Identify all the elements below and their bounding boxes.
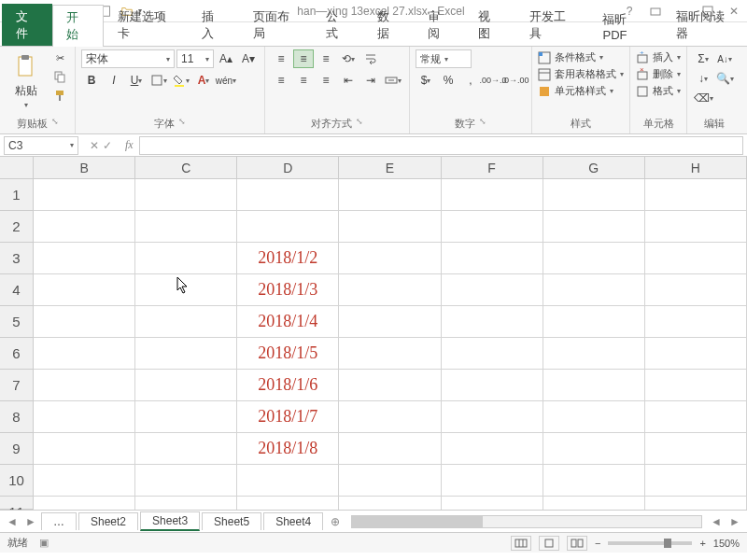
- page-break-view-icon[interactable]: [567, 536, 587, 551]
- cell-d8[interactable]: 2018/1/7: [237, 401, 339, 433]
- autosum-icon[interactable]: Σ▾: [693, 49, 713, 68]
- underline-icon[interactable]: U▾: [126, 71, 147, 90]
- zoom-level[interactable]: 150%: [713, 538, 740, 549]
- cell-d7[interactable]: 2018/1/6: [237, 370, 339, 401]
- tab-insert[interactable]: 插入: [188, 4, 238, 46]
- col-header[interactable]: B: [34, 157, 135, 178]
- scroll-thumb[interactable]: [352, 516, 483, 527]
- percent-icon[interactable]: %: [438, 71, 458, 90]
- name-box[interactable]: C3▾: [4, 136, 78, 155]
- format-painter-icon[interactable]: [50, 87, 69, 104]
- font-size-combo[interactable]: 11▾: [176, 49, 214, 68]
- zoom-thumb[interactable]: [664, 539, 671, 548]
- row-header[interactable]: 8: [0, 401, 33, 433]
- formula-input[interactable]: [139, 136, 743, 155]
- col-header[interactable]: G: [543, 157, 645, 178]
- copy-icon[interactable]: [50, 68, 69, 85]
- comma-icon[interactable]: ,: [460, 71, 481, 90]
- tab-data[interactable]: 数据: [363, 4, 414, 46]
- align-center-icon[interactable]: ≡: [293, 71, 314, 90]
- increase-decimal-icon[interactable]: .00→.0: [483, 71, 503, 90]
- page-layout-view-icon[interactable]: [539, 536, 559, 551]
- number-launcher-icon[interactable]: ⤡: [479, 117, 486, 131]
- increase-font-icon[interactable]: A▴: [216, 49, 236, 68]
- insert-cells-button[interactable]: +插入▾: [636, 49, 681, 65]
- col-header[interactable]: C: [135, 157, 237, 178]
- conditional-format-button[interactable]: 条件格式▾: [538, 49, 603, 65]
- fill-color-icon[interactable]: ▾: [171, 71, 191, 90]
- col-header[interactable]: D: [237, 157, 339, 178]
- tab-formulas[interactable]: 公式: [312, 4, 362, 46]
- fill-icon[interactable]: ↓▾: [693, 69, 713, 88]
- col-header[interactable]: E: [339, 157, 441, 178]
- find-icon[interactable]: 🔍▾: [714, 69, 735, 88]
- sheet-tab-sheet4[interactable]: Sheet4: [263, 512, 323, 530]
- border-icon[interactable]: ▾: [148, 71, 169, 90]
- macro-record-icon[interactable]: ▣: [39, 537, 49, 549]
- font-color-icon[interactable]: A▾: [193, 71, 214, 90]
- scroll-right-icon[interactable]: ►: [726, 513, 743, 530]
- align-bottom-icon[interactable]: ≡: [316, 49, 336, 68]
- decrease-decimal-icon[interactable]: .0→.00: [505, 71, 526, 90]
- orientation-icon[interactable]: ⟲▾: [338, 49, 359, 68]
- accept-formula-icon[interactable]: ✓: [103, 139, 112, 152]
- cell-d3[interactable]: 2018/1/2: [237, 243, 339, 274]
- sheet-tab-sheet2[interactable]: Sheet2: [78, 512, 138, 530]
- sheet-nav-next-icon[interactable]: ►: [22, 513, 39, 530]
- font-launcher-icon[interactable]: ⤡: [178, 117, 186, 131]
- currency-icon[interactable]: $▾: [416, 71, 436, 90]
- fx-icon[interactable]: fx: [120, 138, 139, 152]
- select-all-button[interactable]: [0, 157, 34, 179]
- horizontal-scrollbar[interactable]: [351, 515, 702, 528]
- format-cells-button[interactable]: 格式▾: [636, 83, 681, 99]
- tab-developer[interactable]: 开发工具: [515, 4, 589, 46]
- scroll-left-icon[interactable]: ◄: [708, 513, 725, 530]
- table-format-button[interactable]: 套用表格格式▾: [538, 66, 624, 82]
- sheet-nav-prev-icon[interactable]: ◄: [4, 513, 21, 530]
- row-header[interactable]: 4: [0, 274, 33, 306]
- font-name-combo[interactable]: 宋体▾: [81, 49, 175, 68]
- row-header[interactable]: 11: [0, 497, 33, 510]
- align-launcher-icon[interactable]: ⤡: [356, 117, 363, 131]
- sort-filter-icon[interactable]: A↓▾: [714, 49, 735, 68]
- normal-view-icon[interactable]: [511, 536, 531, 551]
- sheet-tab-sheet5[interactable]: Sheet5: [202, 512, 261, 530]
- tab-pagelayout[interactable]: 页面布局: [239, 4, 313, 46]
- cell-style-button[interactable]: 单元格样式▾: [538, 83, 613, 99]
- cell-d5[interactable]: 2018/1/4: [237, 306, 339, 338]
- zoom-out-icon[interactable]: −: [595, 538, 600, 549]
- row-header[interactable]: 6: [0, 338, 33, 370]
- cancel-formula-icon[interactable]: ✕: [90, 139, 99, 152]
- bold-icon[interactable]: B: [81, 71, 102, 90]
- cut-icon[interactable]: ✂: [50, 49, 69, 66]
- clipboard-launcher-icon[interactable]: ⤡: [51, 117, 59, 131]
- tab-review[interactable]: 审阅: [414, 4, 464, 46]
- phonetic-icon[interactable]: wén▾: [216, 71, 236, 90]
- zoom-slider[interactable]: [608, 541, 692, 545]
- tab-file[interactable]: 文件: [2, 4, 52, 46]
- cell-d4[interactable]: 2018/1/3: [237, 274, 339, 306]
- cell-d9[interactable]: 2018/1/8: [237, 433, 339, 465]
- wrap-text-icon[interactable]: [360, 49, 381, 68]
- align-middle-icon[interactable]: ≡: [293, 49, 314, 68]
- decrease-indent-icon[interactable]: ⇤: [338, 71, 359, 90]
- clear-icon[interactable]: ⌫▾: [693, 89, 713, 107]
- zoom-in-icon[interactable]: +: [699, 538, 705, 549]
- row-header[interactable]: 5: [0, 306, 33, 338]
- row-header[interactable]: 7: [0, 370, 33, 401]
- sheet-tab-more[interactable]: …: [41, 512, 77, 530]
- col-header[interactable]: F: [442, 157, 543, 178]
- row-header[interactable]: 10: [0, 465, 33, 497]
- row-header[interactable]: 9: [0, 433, 33, 465]
- tab-newtab[interactable]: 新建选项卡: [104, 4, 189, 46]
- col-header[interactable]: H: [645, 157, 747, 178]
- align-top-icon[interactable]: ≡: [271, 49, 291, 68]
- tab-foxitpdf[interactable]: 福昕PDF: [588, 7, 662, 46]
- row-header[interactable]: 3: [0, 243, 33, 274]
- paste-button[interactable]: 粘贴 ▾: [6, 49, 47, 111]
- align-left-icon[interactable]: ≡: [271, 71, 291, 90]
- tab-foxitreader[interactable]: 福昕阅读器: [662, 4, 747, 46]
- number-format-combo[interactable]: 常规▾: [416, 49, 472, 68]
- add-sheet-icon[interactable]: ⊕: [325, 515, 345, 528]
- italic-icon[interactable]: I: [104, 71, 124, 90]
